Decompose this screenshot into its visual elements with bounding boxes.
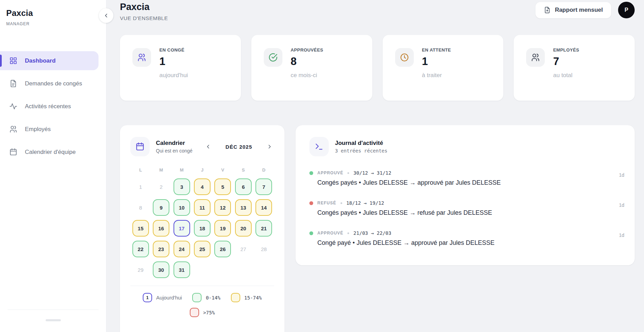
sidebar-item-recent-activities[interactable]: Activités récentes: [0, 97, 106, 116]
clock-icon: [400, 53, 409, 62]
journal-entries: APPROUVÉ30/12 → 31/12Congés payés • Jule…: [309, 170, 624, 247]
calendar-prev-button[interactable]: [204, 142, 213, 151]
calendar-day-header: J: [201, 167, 203, 174]
calendar-day-header: M: [159, 167, 163, 174]
calendar-day-1: 1: [132, 178, 149, 195]
calendar-day-3[interactable]: 3: [174, 178, 190, 195]
stat-card-pending: EN ATTENTE1à traiter: [383, 35, 504, 101]
journal-subtitle: 3 entrées récentes: [335, 148, 388, 154]
entry-status: APPROUVÉ: [317, 170, 343, 175]
stat-iconbox: [526, 48, 545, 67]
entry-dates: 18/12 → 19/12: [346, 200, 384, 206]
calendar-month-label: DÉC 2025: [225, 144, 252, 150]
avatar-initial: P: [625, 7, 628, 13]
calendar-day-header: V: [221, 167, 224, 174]
calendar-day-26[interactable]: 26: [214, 241, 231, 257]
calendar-day-24[interactable]: 24: [174, 241, 190, 257]
calendar-grid: LMMJVSD123456789101112131415161718192021…: [130, 167, 274, 278]
calendar-day-25[interactable]: 25: [194, 241, 211, 257]
calendar-empty-cell: [194, 261, 211, 278]
sidebar-item-label: Activités récentes: [25, 103, 71, 110]
sidebar-item-dashboard[interactable]: Dashboard: [0, 51, 99, 70]
sidebar-item-leave-requests[interactable]: Demandes de congés: [0, 74, 106, 93]
journal-iconbox: [309, 137, 329, 156]
entry-description: Congés payés • Jules DELESSE → approuvé …: [317, 179, 619, 186]
activity-journal-card: Journal d'activité 3 entrées récentes AP…: [296, 125, 635, 265]
page-title: Paxcia: [120, 2, 168, 12]
sidebar-divider: [8, 310, 99, 310]
calendar-day-21[interactable]: 21: [255, 220, 272, 237]
topbar: Paxcia VUE D'ENSEMBLE Rapport mensuel P: [120, 0, 635, 21]
calendar-day-6[interactable]: 6: [235, 178, 252, 195]
calendar-day-5[interactable]: 5: [214, 178, 231, 195]
stat-iconbox: [264, 48, 282, 67]
check-circle-icon: [269, 53, 278, 62]
users-icon: [137, 53, 146, 62]
calendar-day-17[interactable]: 17: [174, 220, 190, 237]
calendar-day-19[interactable]: 19: [214, 220, 231, 237]
calendar-day-16[interactable]: 16: [153, 220, 169, 237]
entry-status: APPROUVÉ: [317, 231, 343, 236]
calendar-day-10[interactable]: 10: [174, 199, 190, 216]
stat-sub: aujourd'hui: [159, 72, 188, 79]
calendar-day-18[interactable]: 18: [194, 220, 211, 237]
status-dot: [309, 171, 313, 175]
calendar-icon: [136, 142, 144, 151]
entry-separator-dot: [340, 202, 342, 204]
calendar-day-7[interactable]: 7: [255, 178, 272, 195]
legend-label: Aujourd'hui: [156, 295, 182, 301]
legend-swatch-red: [190, 308, 199, 317]
calendar-day-23[interactable]: 23: [153, 241, 169, 257]
calendar-day-31[interactable]: 31: [174, 261, 190, 278]
stat-card-on-leave: EN CONGÉ1aujourd'hui: [120, 35, 241, 101]
stat-value: 1: [159, 55, 188, 68]
monthly-report-button[interactable]: Rapport mensuel: [535, 2, 611, 18]
calendar-day-30[interactable]: 30: [153, 261, 169, 278]
legend-label: >75%: [203, 310, 215, 315]
calendar-day-2: 2: [153, 178, 169, 195]
terminal-icon: [315, 142, 324, 151]
legend-item: >75%: [190, 308, 215, 317]
sidebar-grip[interactable]: [46, 319, 61, 321]
file-download-icon: [544, 7, 551, 13]
calendar-day-14[interactable]: 14: [255, 199, 272, 216]
stat-label: EN CONGÉ: [159, 46, 188, 53]
sidebar-nav: DashboardDemandes de congésActivités réc…: [0, 51, 106, 165]
calendar-legend-divider: [130, 286, 274, 286]
calendar-next-button[interactable]: [265, 142, 274, 151]
calendar-day-header: S: [242, 167, 245, 174]
brand-name: Paxcia: [6, 8, 106, 18]
calendar-day-15[interactable]: 15: [132, 220, 149, 237]
entry-separator-dot: [347, 232, 349, 234]
calendar-day-20[interactable]: 20: [235, 220, 252, 237]
calendar-day-13[interactable]: 13: [235, 199, 252, 216]
calendar-day-header: D: [262, 167, 265, 174]
avatar[interactable]: P: [618, 2, 635, 18]
brand-block: Paxcia MANAGER: [0, 0, 106, 26]
calendar-icon: [9, 148, 17, 156]
sidebar-item-label: Dashboard: [25, 57, 56, 64]
entry-dates: 30/12 → 31/12: [353, 170, 391, 176]
stat-iconbox: [395, 48, 414, 67]
sidebar-collapse-button[interactable]: [99, 8, 113, 23]
calendar-day-12[interactable]: 12: [214, 199, 231, 216]
sidebar-item-team-calendar[interactable]: Calendrier d'équipe: [0, 142, 106, 162]
calendar-day-header: M: [180, 167, 184, 174]
legend-item: 15-74%: [231, 293, 262, 302]
calendar-title: Calendrier: [156, 140, 193, 147]
calendar-day-9[interactable]: 9: [153, 199, 169, 216]
stat-sub: à traiter: [422, 72, 451, 79]
journal-entry: APPROUVÉ21/03 → 22/03Congé payé • Jules …: [309, 230, 624, 247]
sidebar-item-label: Employés: [25, 126, 51, 133]
calendar-day-22[interactable]: 22: [132, 241, 149, 257]
legend-swatch-green: [192, 293, 202, 302]
calendar-subtitle: Qui est en congé: [156, 148, 193, 154]
calendar-day-11[interactable]: 11: [194, 199, 211, 216]
stat-label: EMPLOYÉS: [553, 46, 579, 53]
legend-swatch-today: 1: [143, 293, 152, 302]
status-dot: [309, 231, 313, 235]
legend-label: 0-14%: [206, 295, 220, 301]
sidebar-item-employees[interactable]: Employés: [0, 120, 106, 139]
calendar-empty-cell: [235, 261, 252, 278]
calendar-day-4[interactable]: 4: [194, 178, 211, 195]
